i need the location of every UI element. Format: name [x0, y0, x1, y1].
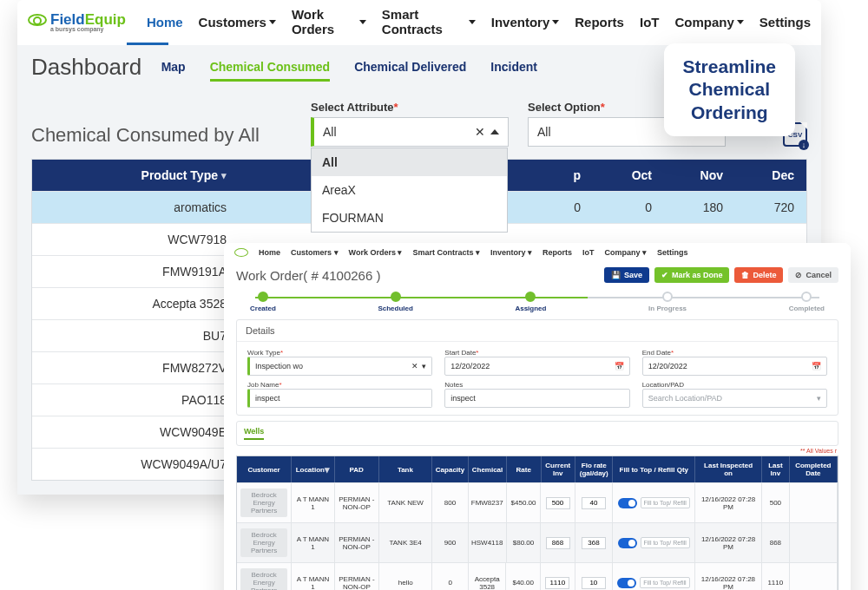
nav-company[interactable]: Company: [674, 15, 743, 30]
nav-company[interactable]: Company ▾: [605, 248, 648, 257]
tab-chemical-delivered[interactable]: Chemical Delivered: [354, 60, 466, 82]
cell-customer: Bedrock Energy Partners: [240, 488, 287, 517]
callout-l1: Streamline: [683, 56, 776, 78]
tab-map[interactable]: Map: [161, 60, 186, 82]
brand-sub: a bursys company: [50, 26, 103, 32]
cell-product: PAO118: [32, 384, 239, 416]
nav-reports[interactable]: Reports: [542, 248, 572, 257]
col-last-inv[interactable]: Last Inv: [762, 456, 790, 482]
flo-rate-input[interactable]: [582, 537, 606, 549]
nav-customers[interactable]: Customers: [199, 15, 276, 30]
cell-rate: $450.00: [507, 482, 542, 522]
col-location[interactable]: Location: [296, 466, 325, 474]
opt-label: Select Option: [528, 101, 601, 114]
col-p[interactable]: p: [558, 160, 593, 191]
nav-work-orders[interactable]: Work Orders: [292, 7, 366, 36]
dash-tabs: Map Chemical Consumed Chemical Delivered…: [161, 60, 537, 82]
fill-toggle[interactable]: [618, 498, 637, 508]
tab-chemical-consumed[interactable]: Chemical Consumed: [210, 60, 330, 82]
col-fill[interactable]: Fill to Top / Refill Qty: [613, 456, 695, 482]
location-select[interactable]: Search Location/PAD▾: [642, 389, 827, 408]
step-assigned: Assigned: [515, 305, 546, 312]
col-completed[interactable]: Completed Date: [790, 456, 838, 482]
fill-toggle[interactable]: [617, 578, 636, 588]
callout-l3: Ordering: [683, 102, 776, 124]
label-end-date: End Date: [642, 349, 671, 357]
option-areax[interactable]: AreaX: [312, 176, 507, 204]
nav-settings[interactable]: Settings: [760, 15, 811, 30]
label-job-name: Job Name: [247, 381, 279, 389]
cell-completed: [790, 562, 838, 590]
nav-work-orders[interactable]: Work Orders ▾: [349, 248, 403, 257]
filter-icon[interactable]: ▾: [325, 464, 330, 475]
current-inv-input[interactable]: [545, 577, 569, 589]
option-fourman[interactable]: FOURMAN: [312, 204, 507, 232]
end-date-input[interactable]: 12/20/2022📅: [642, 357, 827, 376]
col-tank[interactable]: Tank: [379, 456, 432, 482]
opt-value: All: [537, 125, 551, 139]
fill-button[interactable]: Fill to Top/ Refill: [641, 537, 690, 548]
notes-input[interactable]: inspect: [444, 389, 629, 408]
job-name-input[interactable]: inspect: [247, 389, 432, 408]
cell-tank: hello: [379, 562, 432, 590]
current-inv-input[interactable]: [546, 497, 570, 509]
current-inv-input[interactable]: [546, 537, 570, 549]
col-oct[interactable]: Oct: [593, 160, 664, 191]
nav-settings[interactable]: Settings: [657, 248, 688, 257]
option-all[interactable]: All: [312, 148, 507, 176]
cancel-icon: ⊘: [795, 271, 802, 279]
col-product[interactable]: Product Type: [141, 168, 218, 182]
cell-location: A T MANN 1: [292, 562, 334, 590]
nav-home[interactable]: Home: [147, 15, 183, 30]
nav-home[interactable]: Home: [259, 248, 280, 257]
tab-wells[interactable]: Wells: [244, 427, 264, 440]
mark-done-button[interactable]: ✔Mark as Done: [654, 267, 730, 283]
col-nov[interactable]: Nov: [664, 160, 735, 191]
fill-button[interactable]: Fill to Top/ Refill: [640, 577, 689, 588]
cell-product: WCW9049A/U7: [32, 449, 239, 480]
nav-smart-contracts[interactable]: Smart Contracts: [382, 7, 476, 36]
nav-iot[interactable]: IoT: [582, 248, 595, 257]
nav-iot[interactable]: IoT: [640, 15, 660, 30]
col-dec[interactable]: Dec: [735, 160, 806, 191]
cell-inspected: 12/16/2022 07:28 PM: [695, 562, 762, 590]
col-flo-rate[interactable]: Flo rate (gal/day): [575, 456, 613, 482]
wells-header: Customer Location▾ PAD Tank Capacity Che…: [237, 456, 838, 482]
cell-tank: TANK 3E4: [379, 522, 432, 562]
chevron-down-icon: [359, 20, 366, 24]
cell-pad: PERMIAN - NON-OP: [335, 562, 379, 590]
attribute-select[interactable]: All ✕ All AreaX FOURMAN: [311, 117, 509, 147]
wo-topnav: Home Customers ▾ Work Orders ▾ Smart Con…: [224, 243, 851, 262]
nav-reports[interactable]: Reports: [575, 15, 624, 30]
save-button[interactable]: 💾Save: [604, 267, 649, 283]
cell-capacity: 0: [432, 562, 469, 590]
col-current-inv[interactable]: Current Inv: [542, 456, 576, 482]
nav-customers[interactable]: Customers ▾: [291, 248, 339, 257]
attr-label: Select Attribute: [311, 101, 394, 114]
tab-incident[interactable]: Incident: [490, 60, 537, 82]
start-date-input[interactable]: 12/20/2022📅: [444, 357, 629, 376]
col-rate[interactable]: Rate: [507, 456, 542, 482]
label-start-date: Start Date: [444, 349, 476, 357]
col-customer[interactable]: Customer: [237, 456, 292, 482]
col-last-inspected[interactable]: Last Inspected on: [695, 456, 762, 482]
fill-button[interactable]: Fill to Top/ Refill: [641, 497, 690, 508]
nav-inventory[interactable]: Inventory ▾: [490, 248, 532, 257]
cell-product: FMW8272V: [32, 352, 239, 384]
flo-rate-input[interactable]: [582, 497, 606, 509]
col-pad[interactable]: PAD: [335, 456, 379, 482]
nav-inventory[interactable]: Inventory: [491, 15, 560, 30]
filter-icon[interactable]: ▾: [221, 170, 227, 181]
nav-smart-contracts[interactable]: Smart Contracts ▾: [412, 248, 480, 257]
cell-location: A T MANN 1: [292, 482, 334, 522]
flo-rate-input[interactable]: [582, 577, 606, 589]
cancel-button[interactable]: ⊘Cancel: [788, 267, 838, 283]
col-chemical[interactable]: Chemical: [469, 456, 507, 482]
cell-completed: [790, 522, 838, 562]
clear-icon[interactable]: ✕: [475, 125, 485, 139]
col-capacity[interactable]: Capacity: [432, 456, 469, 482]
fill-toggle[interactable]: [618, 538, 637, 548]
cell-chemical: Accepta 3528: [469, 562, 507, 590]
work-type-select[interactable]: Inspection wo✕▾: [247, 357, 432, 376]
delete-button[interactable]: 🗑Delete: [734, 267, 783, 283]
